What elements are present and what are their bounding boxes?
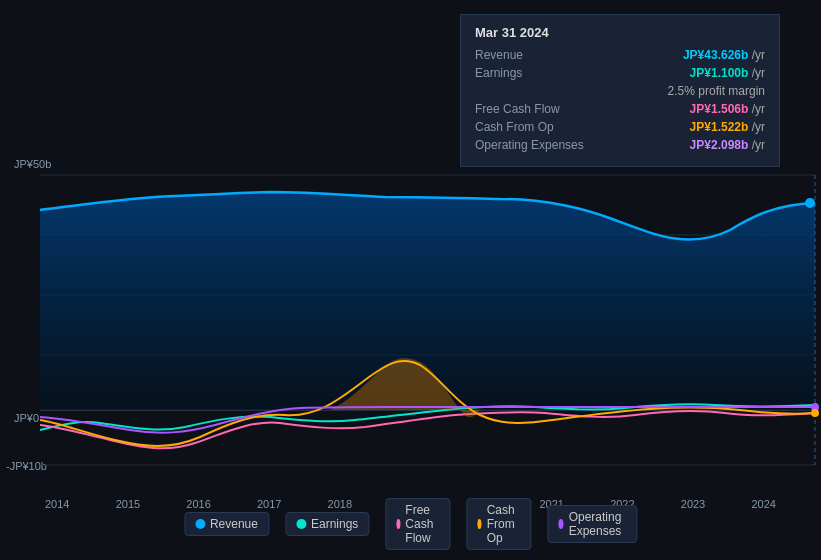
x-label-2023: 2023 [681,498,705,510]
x-label-2024: 2024 [751,498,775,510]
tooltip-label-revenue: Revenue [475,48,595,62]
legend-dot-opex [558,519,563,529]
legend-item-fcf[interactable]: Free Cash Flow [385,498,450,550]
tooltip-row-opex: Operating Expenses JP¥2.098b /yr [475,138,765,152]
tooltip-value-earnings: JP¥1.100b /yr [690,66,765,80]
tooltip-value-fcf: JP¥1.506b /yr [690,102,765,116]
chart-svg [0,155,821,500]
tooltip-value-cfo: JP¥1.522b /yr [690,120,765,134]
x-label-2014: 2014 [45,498,69,510]
chart-legend: Revenue Earnings Free Cash Flow Cash Fro… [184,498,637,550]
legend-label-earnings: Earnings [311,517,358,531]
tooltip-row-cfo: Cash From Op JP¥1.522b /yr [475,120,765,134]
legend-label-fcf: Free Cash Flow [405,503,439,545]
tooltip-label-fcf: Free Cash Flow [475,102,595,116]
svg-point-9 [811,409,819,417]
legend-item-opex[interactable]: Operating Expenses [547,505,637,543]
legend-label-revenue: Revenue [210,517,258,531]
legend-dot-fcf [396,519,400,529]
legend-label-opex: Operating Expenses [569,510,626,538]
legend-dot-earnings [296,519,306,529]
legend-dot-revenue [195,519,205,529]
tooltip-label-cfo: Cash From Op [475,120,595,134]
legend-dot-cfo [477,519,481,529]
tooltip-row-margin: 2.5% profit margin [475,84,765,98]
legend-item-earnings[interactable]: Earnings [285,512,369,536]
tooltip-label-opex: Operating Expenses [475,138,595,152]
tooltip-row-earnings: Earnings JP¥1.100b /yr [475,66,765,80]
tooltip-label-earnings: Earnings [475,66,595,80]
tooltip-value-revenue: JP¥43.626b /yr [683,48,765,62]
tooltip-value-opex: JP¥2.098b /yr [690,138,765,152]
tooltip-row-fcf: Free Cash Flow JP¥1.506b /yr [475,102,765,116]
tooltip-date: Mar 31 2024 [475,25,765,40]
legend-label-cfo: Cash From Op [487,503,521,545]
tooltip-value-margin: 2.5% profit margin [668,84,765,98]
tooltip-card: Mar 31 2024 Revenue JP¥43.626b /yr Earni… [460,14,780,167]
legend-item-cfo[interactable]: Cash From Op [466,498,531,550]
legend-item-revenue[interactable]: Revenue [184,512,269,536]
x-label-2015: 2015 [116,498,140,510]
tooltip-row-revenue: Revenue JP¥43.626b /yr [475,48,765,62]
svg-point-7 [805,198,815,208]
